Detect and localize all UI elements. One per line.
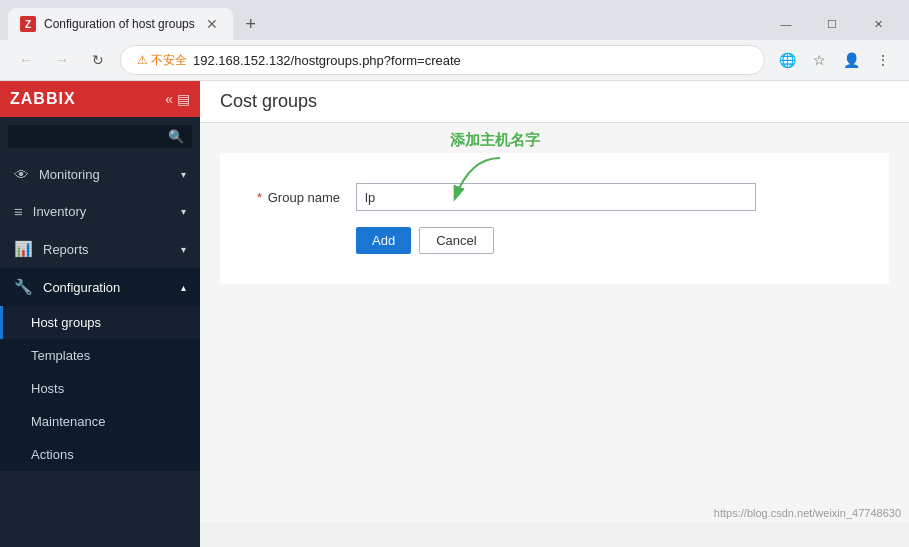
sidebar-header: ZABBIX « ▤: [0, 81, 200, 117]
chevron-down-icon-2: ▾: [181, 244, 186, 255]
chevron-up-icon: ▴: [181, 282, 186, 293]
required-indicator: *: [257, 190, 262, 205]
address-bar: ← → ↻ ⚠ 不安全 192.168.152.132/hostgroups.p…: [0, 40, 909, 80]
submenu-item-maintenance[interactable]: Maintenance: [0, 405, 200, 438]
window-controls: — ☐ ✕: [763, 8, 901, 40]
sidebar-item-configuration[interactable]: 🔧 Configuration ▴: [0, 268, 200, 306]
minimize-button[interactable]: —: [763, 8, 809, 40]
sidebar-label-monitoring: Monitoring: [39, 167, 100, 182]
group-name-row: * Group name: [240, 183, 859, 211]
profile-button[interactable]: 👤: [837, 46, 865, 74]
tab-close-button[interactable]: ✕: [203, 15, 221, 33]
sidebar-item-monitoring[interactable]: 👁 Monitoring ▾: [0, 156, 200, 193]
insecure-label: 不安全: [151, 52, 187, 69]
back-button[interactable]: ←: [12, 46, 40, 74]
translate-button[interactable]: 🌐: [773, 46, 801, 74]
page-title-rest: ost groups: [233, 91, 317, 111]
submenu-item-actions[interactable]: Actions: [0, 438, 200, 471]
maximize-button[interactable]: ☐: [809, 8, 855, 40]
zabbix-logo: ZABBIX: [10, 90, 76, 108]
forward-button[interactable]: →: [48, 46, 76, 74]
submenu-item-templates[interactable]: Templates: [0, 339, 200, 372]
close-window-button[interactable]: ✕: [855, 8, 901, 40]
chevron-right-icon: ▾: [181, 206, 186, 217]
content-area: 添加主机名字 * Group name: [200, 123, 909, 523]
chevron-down-icon: ▾: [181, 169, 186, 180]
page-title: Cost groups: [220, 91, 317, 112]
submenu-label-host-groups: Host groups: [31, 315, 101, 330]
sidebar-label-reports: Reports: [43, 242, 89, 257]
search-wrap: 🔍: [8, 125, 192, 148]
tab-bar: Z Configuration of host groups ✕ + — ☐ ✕: [0, 0, 909, 40]
url-text: 192.168.152.132/hostgroups.php?form=crea…: [193, 53, 461, 68]
page-title-text: C: [220, 91, 233, 111]
tab-title: Configuration of host groups: [44, 17, 195, 31]
sidebar-item-reports[interactable]: 📊 Reports ▾: [0, 230, 200, 268]
browser-chrome: Z Configuration of host groups ✕ + — ☐ ✕…: [0, 0, 909, 81]
security-indicator: ⚠ 不安全: [137, 52, 187, 69]
group-name-label: * Group name: [240, 190, 340, 205]
submenu-item-hosts[interactable]: Hosts: [0, 372, 200, 405]
footer-link: https://blog.csdn.net/weixin_47748630: [714, 507, 901, 519]
new-tab-button[interactable]: +: [237, 10, 265, 38]
submenu-label-actions: Actions: [31, 447, 74, 462]
configuration-submenu: Host groups Templates Hosts Maintenance …: [0, 306, 200, 471]
add-button[interactable]: Add: [356, 227, 411, 254]
submenu-label-templates: Templates: [31, 348, 90, 363]
main-content: Cost groups 添加主机名字 *: [200, 81, 909, 547]
bookmark-button[interactable]: ☆: [805, 46, 833, 74]
cancel-button[interactable]: Cancel: [419, 227, 493, 254]
form-section: * Group name Add Cancel: [220, 153, 889, 284]
form-buttons: Add Cancel: [356, 227, 859, 254]
sidebar-label-inventory: Inventory: [33, 204, 86, 219]
configuration-icon: 🔧: [14, 278, 33, 296]
submenu-item-host-groups[interactable]: Host groups: [0, 306, 200, 339]
address-actions: 🌐 ☆ 👤 ⋮: [773, 46, 897, 74]
sidebar-toggle-button[interactable]: « ▤: [165, 91, 190, 107]
tab-favicon: Z: [20, 16, 36, 32]
label-text: Group name: [268, 190, 340, 205]
monitoring-icon: 👁: [14, 166, 29, 183]
inventory-icon: ≡: [14, 203, 23, 220]
sidebar-item-inventory[interactable]: ≡ Inventory ▾: [0, 193, 200, 230]
page-header: Cost groups: [200, 81, 909, 123]
sidebar-label-configuration: Configuration: [43, 280, 120, 295]
annotation: 添加主机名字: [450, 131, 540, 150]
browser-tab[interactable]: Z Configuration of host groups ✕: [8, 8, 233, 40]
app-container: ZABBIX « ▤ 🔍 👁 Monitoring ▾ ≡ Inventory …: [0, 81, 909, 547]
footer-link-text: https://blog.csdn.net/weixin_47748630: [714, 507, 901, 519]
search-box: 🔍: [0, 117, 200, 156]
submenu-label-maintenance: Maintenance: [31, 414, 105, 429]
group-name-input[interactable]: [356, 183, 756, 211]
url-bar[interactable]: ⚠ 不安全 192.168.152.132/hostgroups.php?for…: [120, 45, 765, 75]
search-input[interactable]: [16, 129, 162, 144]
annotation-text: 添加主机名字: [450, 131, 540, 148]
menu-button[interactable]: ⋮: [869, 46, 897, 74]
sidebar: ZABBIX « ▤ 🔍 👁 Monitoring ▾ ≡ Inventory …: [0, 81, 200, 547]
submenu-label-hosts: Hosts: [31, 381, 64, 396]
reload-button[interactable]: ↻: [84, 46, 112, 74]
search-icon: 🔍: [168, 129, 184, 144]
annotation-arrow: [440, 153, 520, 213]
reports-icon: 📊: [14, 240, 33, 258]
